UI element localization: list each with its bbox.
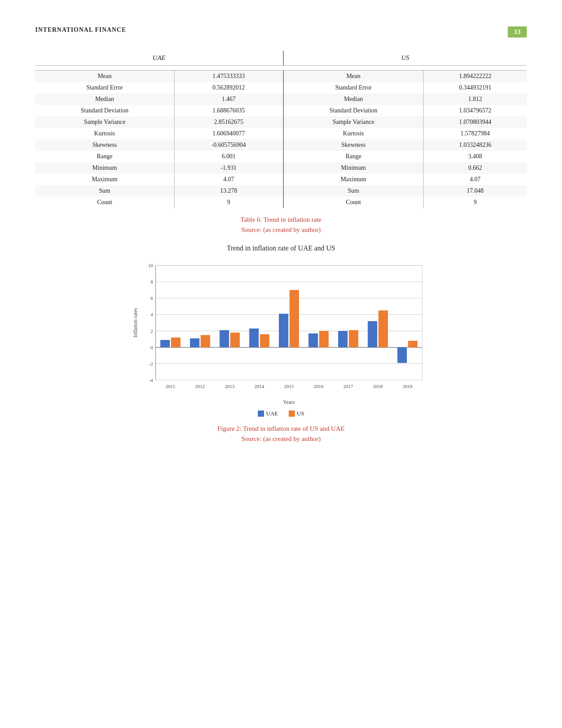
uae-bar (338, 331, 348, 347)
svg-text:2014: 2014 (254, 384, 264, 389)
chart-legend: UAE US (131, 410, 431, 417)
us-value: 1.070803944 (423, 116, 527, 128)
page-title: INTERNATIONAL FINANCE (35, 26, 126, 34)
uae-label: Median (35, 93, 174, 105)
table-row: Standard Error 0.562892012 Standard Erro… (35, 82, 527, 93)
table-row: Kurtosis 1.606940077 Kurtosis 1.57827984 (35, 128, 527, 139)
chart-title: Trend in inflation rate of UAE and US (131, 244, 431, 252)
figure-caption: Figure 2: Trend in inflation rate of US … (35, 425, 527, 433)
svg-text:-4: -4 (149, 377, 153, 383)
us-label: Sum (283, 185, 423, 197)
svg-text:2013: 2013 (225, 384, 235, 389)
us-value: 3.408 (423, 151, 527, 162)
us-bar (349, 330, 358, 347)
uae-label: Skewness (35, 139, 174, 151)
legend-uae: UAE (258, 410, 278, 417)
chart-section: Trend in inflation rate of UAE and US -4… (131, 244, 431, 417)
us-value: 1.033248236 (423, 139, 527, 151)
svg-text:6: 6 (150, 295, 153, 301)
us-label: Count (283, 197, 423, 208)
uae-bar (160, 340, 170, 347)
uae-label: Minimum (35, 162, 174, 174)
uae-label: Range (35, 151, 174, 162)
page-number: 13 (508, 26, 527, 37)
svg-text:2019: 2019 (402, 384, 413, 389)
svg-text:2011: 2011 (165, 384, 175, 389)
us-label: Maximum (283, 174, 423, 185)
uae-bar (279, 314, 288, 347)
us-label: Median (283, 93, 423, 105)
us-bar (260, 334, 269, 347)
uae-label: Standard Deviation (35, 105, 174, 116)
legend-us: US (289, 410, 305, 417)
us-bar (408, 341, 417, 347)
legend-uae-color (258, 411, 264, 417)
chart-area: -4-20246810Inflation rates20112012201320… (131, 257, 431, 407)
uae-value: 0.562892012 (174, 82, 283, 93)
us-label: Standard Deviation (283, 105, 423, 116)
uae-bar (368, 321, 377, 347)
table-row: Sample Variance 2.85162675 Sample Varian… (35, 116, 527, 128)
us-value: 1.57827984 (423, 128, 527, 139)
svg-text:Inflation rates: Inflation rates (132, 308, 138, 337)
table-row: Minimum -1.931 Minimum 0.662 (35, 162, 527, 174)
uae-value: 13.278 (174, 185, 283, 197)
us-bar (289, 290, 299, 347)
figure-source: Source: (as created by author) (35, 435, 527, 443)
uae-value: 4.07 (174, 174, 283, 185)
uae-label: Standard Error (35, 82, 174, 93)
svg-text:0: 0 (150, 345, 153, 350)
svg-text:2: 2 (150, 329, 153, 334)
svg-text:10: 10 (148, 263, 153, 268)
us-bar (171, 337, 180, 347)
us-label: Range (283, 151, 423, 162)
uae-label: Maximum (35, 174, 174, 185)
us-value: 4.07 (423, 174, 527, 185)
table-caption: Table 6: Trend in inflation rate (35, 216, 527, 224)
uae-value: 6.001 (174, 151, 283, 162)
uae-label: Kurtosis (35, 128, 174, 139)
us-value: 17.048 (423, 185, 527, 197)
uae-bar (220, 330, 229, 347)
uae-label: Mean (35, 71, 174, 82)
legend-us-color (289, 411, 295, 417)
table-row: Median 1.467 Median 1.812 (35, 93, 527, 105)
uae-bar (249, 329, 259, 347)
us-label: Minimum (283, 162, 423, 174)
uae-value: -0.605756904 (174, 139, 283, 151)
svg-text:4: 4 (150, 312, 153, 317)
us-label: Skewness (283, 139, 423, 151)
uae-value: 9 (174, 197, 283, 208)
uae-value: 1.688676035 (174, 105, 283, 116)
legend-us-label: US (297, 410, 305, 417)
chart-svg: -4-20246810Inflation rates20112012201320… (131, 257, 431, 407)
svg-text:2015: 2015 (284, 384, 294, 389)
table-row: Standard Deviation 1.688676035 Standard … (35, 105, 527, 116)
svg-text:2012: 2012 (195, 384, 205, 389)
table-row: Skewness -0.605756904 Skewness 1.0332482… (35, 139, 527, 151)
uae-value: 2.85162675 (174, 116, 283, 128)
us-value: 9 (423, 197, 527, 208)
us-bar (230, 332, 240, 347)
legend-uae-label: UAE (266, 410, 278, 417)
us-header: US (283, 51, 527, 66)
uae-bar (190, 338, 199, 347)
svg-text:2018: 2018 (373, 384, 383, 389)
uae-value: 1.475333333 (174, 71, 283, 82)
us-label: Sample Variance (283, 116, 423, 128)
uae-label: Sample Variance (35, 116, 174, 128)
us-value: 0.344932191 (423, 82, 527, 93)
us-bar (319, 331, 329, 347)
uae-value: 1.467 (174, 93, 283, 105)
svg-text:Years: Years (283, 399, 295, 405)
svg-text:2017: 2017 (343, 384, 353, 389)
uae-value: -1.931 (174, 162, 283, 174)
svg-text:8: 8 (150, 279, 153, 284)
table-row: Range 6.001 Range 3.408 (35, 151, 527, 162)
uae-bar (308, 333, 318, 347)
stats-table: UAE US Mean 1.475333333 Mean 1.894222222… (35, 51, 527, 208)
us-value: 0.662 (423, 162, 527, 174)
uae-header: UAE (35, 51, 283, 66)
us-value: 1.894222222 (423, 71, 527, 82)
uae-label: Sum (35, 185, 174, 197)
